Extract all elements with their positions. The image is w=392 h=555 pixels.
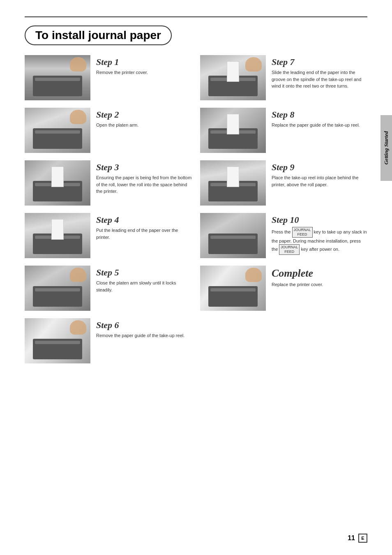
step4-desc: Put the leading end of the paper over th… <box>96 227 192 240</box>
step-item-2: Step 2 Open the platen arm. <box>25 108 192 153</box>
step1-desc: Remove the printer cover. <box>96 69 192 76</box>
step8-text: Step 8 Replace the paper guide of the ta… <box>272 108 367 129</box>
page-title: To install journal paper <box>35 29 161 42</box>
complete-image <box>200 266 266 311</box>
step1-image <box>25 55 90 100</box>
step9-image <box>200 160 266 206</box>
step9-text: Step 9 Place the take-up reel into place… <box>272 160 367 188</box>
step1-text: Step 1 Remove the printer cover. <box>96 55 192 76</box>
step3-desc: Ensuring the paper is being fed from the… <box>96 174 192 195</box>
step9-label: Step 9 <box>272 162 367 173</box>
title-wrapper: To install journal paper <box>25 25 172 45</box>
page-letter: E <box>361 536 364 541</box>
step10-desc: Press the JOURNALFEED key to take up any… <box>272 227 367 255</box>
step6-text: Step 6 Remove the paper guide of the tak… <box>96 318 192 339</box>
sidebar-tab: Getting Started <box>380 115 392 181</box>
step3-image <box>25 160 90 206</box>
step-item-complete: Complete Replace the printer cover. <box>200 266 367 311</box>
column-right: Step 7 Slide the leading end of the pape… <box>196 55 367 371</box>
step8-image <box>200 108 266 153</box>
columns-wrapper: Step 1 Remove the printer cover. Step 2 … <box>25 55 367 371</box>
column-left: Step 1 Remove the printer cover. Step 2 … <box>25 55 196 371</box>
step4-text: Step 4 Put the leading end of the paper … <box>96 213 192 240</box>
step10-text: Step 10 Press the JOURNALFEED key to tak… <box>272 213 367 255</box>
step7-text: Step 7 Slide the leading end of the pape… <box>272 55 367 90</box>
step6-image <box>25 318 90 363</box>
step7-desc: Slide the leading end of the paper into … <box>272 69 367 90</box>
step5-text: Step 5 Close the platen arm slowly until… <box>96 266 192 293</box>
step4-image <box>25 213 90 258</box>
step4-label: Step 4 <box>96 215 192 225</box>
step7-label: Step 7 <box>272 57 367 67</box>
step-item-5: Step 5 Close the platen arm slowly until… <box>25 266 192 311</box>
step-item-8: Step 8 Replace the paper guide of the ta… <box>200 108 367 153</box>
step3-text: Step 3 Ensuring the paper is being fed f… <box>96 160 192 195</box>
page-number: 11 <box>348 534 355 542</box>
step-item-9: Step 9 Place the take-up reel into place… <box>200 160 367 206</box>
step1-label: Step 1 <box>96 57 192 67</box>
step5-image <box>25 266 90 311</box>
step2-desc: Open the platen arm. <box>96 122 192 129</box>
step2-image <box>25 108 90 153</box>
step6-desc: Remove the paper guide of the take-up re… <box>96 332 192 339</box>
step-item-10: Step 10 Press the JOURNALFEED key to tak… <box>200 213 367 258</box>
step9-desc: Place the take-up reel into place behind… <box>272 174 367 188</box>
step8-label: Step 8 <box>272 109 367 120</box>
step5-desc: Close the platen arm slowly until it loc… <box>96 280 192 293</box>
page-footer: 11 E <box>348 534 367 543</box>
step10-label: Step 10 <box>272 215 367 225</box>
step10-image <box>200 213 266 258</box>
step-item-3: Step 3 Ensuring the paper is being fed f… <box>25 160 192 206</box>
step8-desc: Replace the paper guide of the take-up r… <box>272 122 367 129</box>
journal-feed-key-2: JOURNALFEED <box>279 244 300 255</box>
step-item-4: Step 4 Put the leading end of the paper … <box>25 213 192 258</box>
complete-label: Complete <box>272 267 367 280</box>
page-container: To install journal paper Step 1 Remove t… <box>0 0 392 555</box>
complete-desc: Replace the printer cover. <box>272 281 367 288</box>
step5-label: Step 5 <box>96 267 192 278</box>
step-item-1: Step 1 Remove the printer cover. <box>25 55 192 100</box>
page-badge: E <box>358 534 367 543</box>
step6-label: Step 6 <box>96 320 192 331</box>
step-item-7: Step 7 Slide the leading end of the pape… <box>200 55 367 100</box>
step2-text: Step 2 Open the platen arm. <box>96 108 192 129</box>
top-rule <box>25 16 367 17</box>
complete-text: Complete Replace the printer cover. <box>272 266 367 288</box>
sidebar-label: Getting Started <box>383 131 390 164</box>
step-item-6: Step 6 Remove the paper guide of the tak… <box>25 318 192 363</box>
journal-feed-key-1: JOURNALFEED <box>292 227 313 238</box>
step7-image <box>200 55 266 100</box>
step3-label: Step 3 <box>96 162 192 173</box>
step2-label: Step 2 <box>96 109 192 120</box>
